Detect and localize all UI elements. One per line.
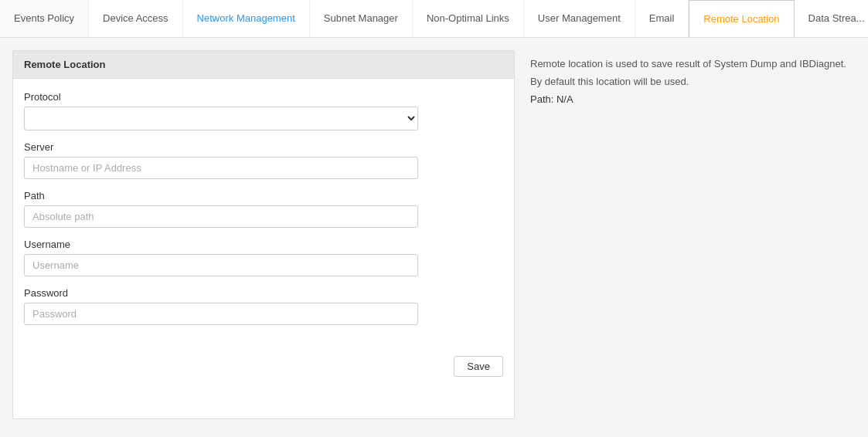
form-panel-header: Remote Location (13, 51, 514, 79)
password-group: Password (24, 287, 503, 325)
tab-data-stream[interactable]: Data Strea... (795, 0, 868, 37)
username-label: Username (24, 239, 503, 250)
password-label: Password (24, 287, 503, 299)
save-button[interactable]: Save (454, 356, 503, 377)
info-line-1: Remote location is used to save result o… (530, 56, 853, 73)
path-label: Path (24, 190, 503, 202)
server-label: Server (24, 141, 503, 153)
tab-bar: Events Policy Device Access Network Mana… (0, 0, 868, 38)
protocol-label: Protocol (24, 91, 503, 103)
tab-subnet-manager[interactable]: Subnet Manager (310, 0, 413, 37)
tab-user-management[interactable]: User Management (524, 0, 635, 37)
username-input[interactable] (24, 254, 418, 276)
tab-non-optimal-links[interactable]: Non-Optimal Links (413, 0, 524, 37)
protocol-group: Protocol FTP SFTP SCP (24, 91, 503, 130)
path-group: Path (24, 190, 503, 228)
username-group: Username (24, 239, 503, 276)
form-panel: Remote Location Protocol FTP SFTP SCP Se… (12, 50, 515, 419)
tab-network-management[interactable]: Network Management (183, 0, 310, 37)
form-body: Protocol FTP SFTP SCP Server Path Userna… (13, 79, 514, 348)
info-panel: Remote location is used to save result o… (527, 50, 856, 419)
form-footer: Save (13, 348, 514, 384)
tab-events-policy[interactable]: Events Policy (0, 0, 89, 37)
tab-remote-location[interactable]: Remote Location (689, 0, 794, 38)
protocol-select[interactable]: FTP SFTP SCP (24, 107, 418, 130)
path-input[interactable] (24, 205, 418, 228)
tab-device-access[interactable]: Device Access (89, 0, 183, 37)
content-wrapper: Remote Location Protocol FTP SFTP SCP Se… (0, 38, 868, 432)
info-path: Path: N/A (530, 92, 853, 108)
server-group: Server (24, 141, 503, 179)
server-input[interactable] (24, 157, 418, 179)
info-line-2: By default this location will be used. (530, 74, 853, 90)
password-input[interactable] (24, 303, 418, 325)
tab-email[interactable]: Email (635, 0, 689, 37)
